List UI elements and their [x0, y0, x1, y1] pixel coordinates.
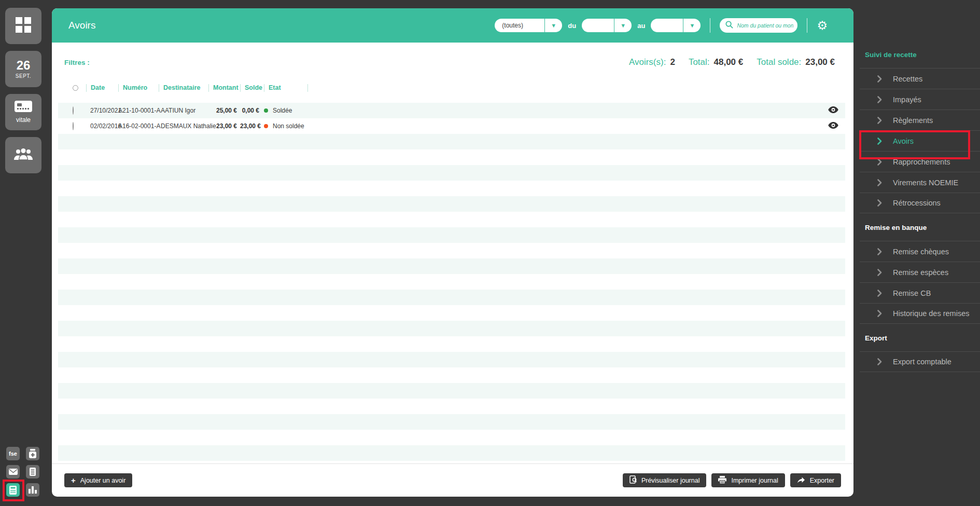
chevron-right-icon — [877, 96, 882, 103]
sidebar-item-reglements[interactable]: Règlements — [860, 110, 980, 130]
search-input[interactable] — [737, 22, 793, 29]
header-separator — [807, 18, 807, 33]
left-toolbar: 26 SEPT. vitale fse — [0, 0, 47, 506]
bar-chart-icon — [29, 486, 37, 494]
chevron-down-icon[interactable]: ▼ — [614, 19, 632, 32]
envelope-icon — [9, 469, 18, 475]
sidebar-item-rapprochements[interactable]: Rapprochements — [860, 151, 980, 172]
totals: Avoirs(s): 2 Total: 48,00 € Total solde:… — [629, 57, 835, 67]
summary-row: Filtres : Avoirs(s): 2 Total: 48,00 € To… — [52, 43, 853, 76]
sidebar-item-recettes[interactable]: Recettes — [860, 68, 980, 89]
export-button[interactable]: Exporter — [790, 473, 841, 487]
vitale-label: vitale — [16, 116, 31, 124]
sidebar-item-remise-cb[interactable]: Remise CB — [860, 282, 980, 303]
preview-icon — [629, 475, 637, 485]
row-destinataire: DESMAUX Nathalie — [159, 122, 208, 130]
eye-icon — [828, 106, 838, 115]
fse-button[interactable]: fse — [6, 447, 20, 460]
page-title: Avoirs — [68, 20, 95, 31]
sidebar-item-avoirs[interactable]: Avoirs — [860, 130, 980, 151]
mail-button[interactable] — [6, 465, 20, 478]
plus-icon: + — [71, 476, 76, 484]
section-title-export: Export — [860, 324, 980, 351]
right-navigation: Suivi de recette Recettes Impayés Règlem… — [860, 0, 980, 506]
row-destinataire: AATIUN Igor — [159, 107, 208, 114]
count-value: 2 — [670, 57, 675, 67]
document-icon — [30, 468, 36, 476]
apps-grid-button[interactable] — [5, 8, 41, 44]
sidebar-item-remise-cheques[interactable]: Remise chèques — [860, 241, 980, 262]
table-row[interactable]: 27/10/2021 A21-10-0001-A AATIUN Igor 25,… — [58, 103, 845, 118]
calendar-date-button[interactable]: 26 SEPT. — [5, 51, 41, 87]
row-radio[interactable] — [73, 122, 74, 130]
people-icon — [14, 147, 33, 163]
view-row-button[interactable] — [821, 122, 845, 130]
row-radio[interactable] — [73, 106, 74, 115]
chevron-right-icon — [877, 179, 882, 186]
accounting-button[interactable] — [6, 483, 20, 497]
fse-label: fse — [9, 450, 17, 457]
statistics-button[interactable] — [26, 483, 39, 497]
row-solde: 0,00 € — [240, 107, 264, 114]
gear-icon[interactable]: ⚙ — [817, 20, 828, 32]
select-all-radio[interactable] — [73, 85, 78, 91]
type-filter-value: (toutes) — [495, 19, 544, 32]
calculator-icon — [9, 486, 17, 495]
panel-header: Avoirs (toutes) ▼ du ▼ au ▼ — [52, 8, 853, 43]
row-solde: 23,00 € — [240, 122, 264, 130]
carte-vitale-button[interactable]: vitale — [5, 94, 41, 130]
total-solde-label: Total solde: — [757, 57, 801, 67]
row-etat: Non soldée — [273, 122, 304, 130]
date-from-value — [582, 19, 614, 32]
add-avoir-button[interactable]: + Ajouter un avoir — [64, 473, 132, 487]
date-to-label: au — [637, 22, 645, 30]
table-header: Date Numéro Destinataire Montant Solde E… — [58, 76, 845, 100]
status-dot — [264, 124, 268, 128]
date-from-dropdown[interactable]: ▼ — [582, 19, 632, 32]
chevron-right-icon — [877, 75, 882, 83]
col-date: Date — [91, 84, 105, 91]
row-date: 27/10/2021 — [86, 107, 118, 114]
eye-icon — [828, 122, 838, 130]
sidebar-item-historique-remises[interactable]: Historique des remises — [860, 303, 980, 324]
type-filter-dropdown[interactable]: (toutes) ▼ — [495, 19, 562, 32]
export-icon — [797, 476, 805, 485]
chevron-right-icon — [877, 310, 882, 317]
sidebar-item-retrocessions[interactable]: Rétrocessions — [860, 193, 980, 213]
vitale-card-icon — [15, 101, 32, 114]
view-row-button[interactable] — [821, 106, 845, 115]
section-title-remise: Remise en banque — [860, 213, 980, 241]
col-numero: Numéro — [123, 84, 147, 91]
chevron-right-icon — [877, 358, 882, 365]
count-label: Avoirs(s): — [629, 57, 666, 67]
documents-button[interactable] — [26, 465, 39, 478]
sidebar-item-impayes[interactable]: Impayés — [860, 89, 980, 110]
grid-icon — [16, 17, 31, 35]
chevron-right-icon — [877, 269, 882, 276]
empty-rows-area — [58, 134, 845, 463]
date-to-dropdown[interactable]: ▼ — [651, 19, 701, 32]
total-solde-value: 23,00 € — [805, 57, 835, 67]
date-to-value — [651, 19, 683, 32]
row-numero: A21-10-0001-A — [118, 107, 159, 114]
table-row[interactable]: 02/02/2016 A16-02-0001-A DESMAUX Nathali… — [58, 118, 845, 134]
patients-button[interactable] — [5, 137, 41, 173]
search-box[interactable] — [720, 18, 797, 33]
sidebar-item-export-comptable[interactable]: Export comptable — [860, 351, 980, 372]
col-etat: Etat — [269, 84, 281, 91]
status-dot — [264, 108, 268, 113]
chevron-right-icon — [877, 138, 882, 145]
date-day: 26 — [17, 60, 31, 71]
sidebar-item-remise-especes[interactable]: Remise espèces — [860, 262, 980, 282]
chevron-right-icon — [877, 117, 882, 124]
sidebar-item-virements-noemie[interactable]: Virements NOEMIE — [860, 172, 980, 193]
print-journal-button[interactable]: Imprimer journal — [711, 473, 785, 487]
date-month: SEPT. — [16, 73, 31, 79]
printer-icon — [718, 476, 726, 485]
date-from-label: du — [568, 22, 576, 30]
medication-button[interactable] — [26, 447, 39, 460]
chevron-down-icon[interactable]: ▼ — [683, 19, 701, 32]
chevron-down-icon[interactable]: ▼ — [544, 19, 562, 32]
avoirs-panel: Avoirs (toutes) ▼ du ▼ au ▼ — [52, 8, 853, 497]
preview-journal-button[interactable]: Prévisualiser journal — [623, 473, 707, 487]
